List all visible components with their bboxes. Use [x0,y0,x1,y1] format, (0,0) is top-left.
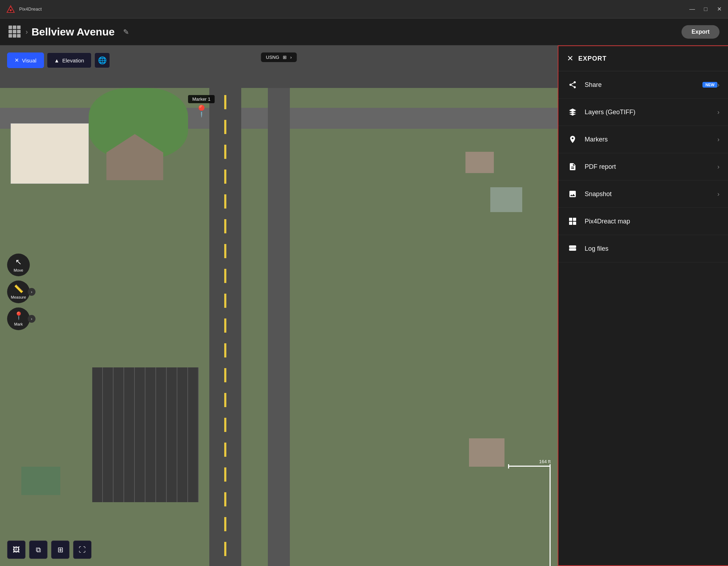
svg-rect-3 [569,218,572,221]
split-view-button[interactable]: ⧉ [29,540,48,559]
map-toolbar: ✕ Visual ▲ Elevation 🌐 [7,52,110,68]
log-files-label: Log files [585,245,719,253]
globe-view-button[interactable]: 🌐 [94,52,110,68]
left-tools: ↖ Move 📏 Measure › 📍 Mark › [7,254,30,330]
measure-tool-button[interactable]: 📏 Measure [7,281,30,303]
map-aerial-bg [0,45,558,566]
breadcrumb-chevron-icon: › [26,28,28,36]
project-name: Bellview Avenue [32,26,115,38]
snapshot-icon [567,188,578,200]
layers-icon [567,106,578,118]
move-tool-button[interactable]: ↖ Move [7,254,30,276]
compare-view-button[interactable]: ⊞ [51,540,70,559]
measure-tool-wrapper: 📏 Measure › [7,281,30,303]
close-button[interactable]: ✕ [716,6,722,12]
pdf-chevron-icon: › [717,163,719,171]
measure-label: Measure [11,295,26,299]
export-panel: ✕ EXPORT Share NEW › [558,45,728,566]
log-files-icon [567,243,578,254]
usng-label: USNG [266,55,280,60]
minimize-button[interactable]: — [689,6,695,12]
compare-icon: ⊞ [57,545,64,554]
export-menu-item-markers[interactable]: Markers › [558,126,728,153]
mark-tool-wrapper: 📍 Mark › [7,307,30,330]
parking-lines [92,367,199,502]
measure-expand-button[interactable]: › [28,288,35,296]
elevation-icon: ▲ [54,57,60,63]
window-controls: — □ ✕ [689,6,722,12]
move-label: Move [14,268,23,272]
marker-container: Marker 1 📍 [188,95,215,117]
pdf-report-icon [567,161,578,172]
edit-project-icon[interactable]: ✎ [123,28,129,36]
building-small-3 [469,438,504,467]
map-area[interactable]: ✕ Visual ▲ Elevation 🌐 USNG ⊞ › Marker 1… [0,45,558,566]
export-menu-item-pdf[interactable]: PDF report › [558,153,728,181]
marker-label: Marker 1 [188,95,215,103]
fullscreen-icon: ⛶ [79,546,86,554]
main-content: ✕ Visual ▲ Elevation 🌐 USNG ⊞ › Marker 1… [0,45,728,566]
markers-label: Markers [585,136,717,143]
bottom-toolbar: 🖼 ⧉ ⊞ ⛶ [7,540,92,559]
mark-tool-button[interactable]: 📍 Mark [7,307,30,330]
export-menu-item-snapshot[interactable]: Snapshot › [558,181,728,208]
visual-icon: ✕ [15,57,19,63]
visual-tab-label: Visual [22,57,37,63]
export-menu-item-layers[interactable]: Layers (GeoTIFF) › [558,99,728,126]
building-main [11,123,89,184]
svg-rect-5 [569,222,572,225]
export-button[interactable]: Export [682,25,719,39]
elevation-tab[interactable]: ▲ Elevation [47,52,92,68]
share-chevron-icon: › [717,81,719,89]
marker-pin-icon: 📍 [194,105,209,117]
export-close-button[interactable]: ✕ [567,54,573,63]
copy-icon[interactable]: ⊞ [283,55,287,60]
pdf-report-label: PDF report [585,163,717,171]
export-menu-item-share[interactable]: Share NEW › [558,71,728,99]
export-menu: Share NEW › Layers (GeoTIFF) › [558,71,728,565]
usng-bar: USNG ⊞ › [261,52,297,62]
markers-chevron-icon: › [717,136,719,143]
svg-rect-6 [573,222,576,225]
share-icon [567,79,578,90]
app-header: › Bellview Avenue ✎ Export [0,18,728,45]
maximize-button[interactable]: □ [702,6,709,12]
photo-view-button[interactable]: 🖼 [7,540,26,559]
app-logo [6,4,16,14]
usng-chevron-icon[interactable]: › [290,55,292,60]
building-small-2 [490,187,522,212]
svg-point-2 [10,9,12,11]
export-menu-item-log-files[interactable]: Log files [558,235,728,262]
globe-icon: 🌐 [98,56,107,65]
photo-icon: 🖼 [13,546,20,554]
building-green [21,467,60,495]
layers-chevron-icon: › [717,109,719,116]
scale-vertical-line [550,467,551,566]
grid-menu-icon[interactable] [9,26,21,38]
export-panel-title: EXPORT [578,55,607,62]
building-small-1 [465,152,494,173]
svg-rect-4 [573,218,576,221]
breadcrumb: › Bellview Avenue ✎ [26,26,129,38]
pix4dreact-map-icon [567,216,578,227]
pix4dreact-map-label: Pix4Dreact map [585,218,719,225]
move-tool-wrapper: ↖ Move [7,254,30,276]
fullscreen-button[interactable]: ⛶ [73,540,92,559]
pin-icon: 📍 [14,311,23,321]
new-badge: NEW [702,82,717,88]
scale-text: 164 ft [539,459,551,464]
mark-expand-button[interactable]: › [28,315,35,323]
snapshot-label: Snapshot [585,190,717,198]
mark-label: Mark [14,322,23,326]
titlebar: Pix4Dreact — □ ✕ [0,0,728,18]
elevation-tab-label: Elevation [62,57,84,63]
export-menu-item-pix4dreact-map[interactable]: Pix4Dreact map [558,208,728,235]
visual-tab[interactable]: ✕ Visual [7,52,44,68]
markers-icon [567,134,578,145]
scale-bar: 164 ft [508,459,558,467]
share-label: Share [585,81,699,89]
cursor-icon: ↖ [15,257,22,267]
app-title: Pix4Dreact [19,6,42,12]
road-center-line [224,45,226,566]
ruler-icon: 📏 [14,284,23,294]
